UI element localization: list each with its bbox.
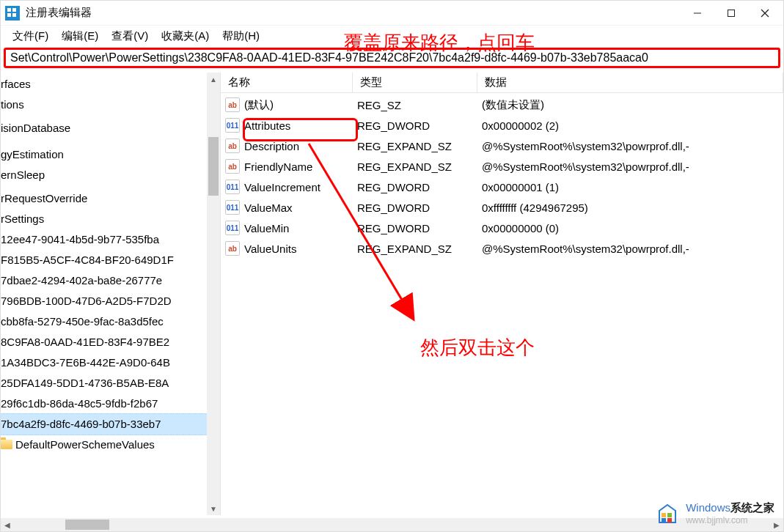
cell-type: REG_DWORD	[353, 181, 477, 193]
watermark-text-a: Windows	[686, 501, 730, 514]
binary-value-icon: 011	[225, 200, 240, 215]
cell-name: abFriendlyName	[221, 159, 353, 174]
addressbar-container: Set\Control\Power\PowerSettings\238C9FA8…	[1, 46, 783, 73]
table-row[interactable]: 011ValueIncrementREG_DWORD0x00000001 (1)	[221, 177, 783, 197]
watermark-logo-icon	[655, 500, 680, 525]
maximize-button[interactable]	[714, 1, 748, 25]
tree-pane: rfacestionsisionDatabasegyEstimationernS…	[1, 73, 221, 515]
tree-item[interactable]: cbb8fa-5279-450e-9fac-8a3d5fec	[1, 311, 207, 332]
list-pane: 名称 类型 数据 ab(默认)REG_SZ(数值未设置)011Attribute…	[221, 73, 783, 515]
menu-edit[interactable]: 编辑(E)	[57, 28, 103, 45]
value-name: ValueIncrement	[244, 181, 320, 193]
tree-item-label: 796BDB-100D-47D6-A2D5-F7D2D	[1, 295, 172, 307]
watermark-line2: www.bjjmlv.com	[686, 515, 774, 525]
address-input[interactable]: Set\Control\Power\PowerSettings\238C9FA8…	[4, 48, 780, 68]
tree-item[interactable]: 7dbae2-4294-402a-ba8e-26777e	[1, 270, 207, 291]
column-header-name[interactable]: 名称	[221, 73, 353, 93]
tree-item-label: tions	[1, 98, 24, 111]
tree-item[interactable]: DefaultPowerSchemeValues	[1, 435, 207, 455]
tree-item[interactable]: F815B5-A5CF-4C84-BF20-649D1F	[1, 250, 207, 270]
column-header-data[interactable]: 数据	[477, 73, 783, 93]
cell-type: REG_DWORD	[353, 119, 477, 132]
table-row[interactable]: 011ValueMinREG_DWORD0x00000000 (0)	[221, 218, 783, 238]
scroll-left-arrow-icon[interactable]: ◀	[1, 518, 14, 531]
svg-rect-1	[7, 8, 11, 12]
address-path: Set\Control\Power\PowerSettings\238C9FA8…	[10, 51, 648, 64]
menu-file[interactable]: 文件(F)	[8, 28, 53, 45]
tree-item[interactable]: 8C9FA8-0AAD-41ED-83F4-97BE2	[1, 332, 207, 352]
menubar: 文件(F) 编辑(E) 查看(V) 收藏夹(A) 帮助(H)	[1, 26, 783, 46]
tree-item[interactable]: 1A34BDC3-7E6B-442E-A9D0-64B	[1, 352, 207, 373]
cell-data: @%SystemRoot%\system32\powrprof.dll,-	[477, 160, 783, 173]
table-row[interactable]: ab(默认)REG_SZ(数值未设置)	[221, 95, 783, 115]
content-area: rfacestionsisionDatabasegyEstimationernS…	[1, 73, 783, 515]
tree-item[interactable]: 12ee47-9041-4b5d-9b77-535fba	[1, 229, 207, 250]
svg-rect-6	[728, 10, 735, 16]
tree-item-label: 12ee47-9041-4b5d-9b77-535fba	[1, 233, 159, 245]
svg-rect-3	[7, 13, 11, 17]
scroll-up-arrow-icon[interactable]: ▲	[207, 73, 220, 86]
cell-type: REG_EXPAND_SZ	[353, 140, 477, 152]
svg-rect-4	[12, 13, 16, 17]
tree-item[interactable]: 29f6c1db-86da-48c5-9fdb-f2b67	[1, 394, 207, 414]
value-name: ValueMax	[244, 202, 293, 214]
hscroll-thumb-left[interactable]	[65, 520, 109, 530]
cell-name: 011ValueIncrement	[221, 180, 353, 194]
tree-item[interactable]: rRequestOverride	[1, 188, 207, 209]
svg-rect-12	[662, 518, 666, 522]
cell-name: abDescription	[221, 138, 353, 153]
list-header: 名称 类型 数据	[221, 73, 783, 93]
scroll-thumb[interactable]	[208, 137, 219, 196]
table-row[interactable]: 011ValueMaxREG_DWORD0xffffffff (42949672…	[221, 197, 783, 218]
column-header-type[interactable]: 类型	[353, 73, 477, 93]
tree-item[interactable]: rfaces	[1, 74, 207, 95]
table-row[interactable]: abValueUnitsREG_EXPAND_SZ@%SystemRoot%\s…	[221, 238, 783, 259]
tree-item[interactable]: rSettings	[1, 209, 207, 229]
scroll-down-arrow-icon[interactable]: ▼	[207, 502, 220, 515]
minimize-button[interactable]	[681, 1, 714, 25]
value-name: (默认)	[244, 98, 274, 112]
value-name: FriendlyName	[244, 160, 312, 173]
tree-item[interactable]: 25DFA149-5DD1-4736-B5AB-E8A	[1, 373, 207, 394]
table-row[interactable]: 011AttributesREG_DWORD0x00000002 (2)	[221, 115, 783, 136]
tree-list[interactable]: rfacestionsisionDatabasegyEstimationernS…	[1, 73, 207, 457]
tree-item-label: rRequestOverride	[1, 192, 87, 204]
tree-item-label: 29f6c1db-86da-48c5-9fdb-f2b67	[1, 397, 158, 410]
tree-item[interactable]: isionDatabase	[1, 118, 207, 138]
cell-type: REG_EXPAND_SZ	[353, 160, 477, 173]
string-value-icon: ab	[225, 159, 240, 174]
svg-rect-13	[667, 518, 672, 522]
table-row[interactable]: abFriendlyNameREG_EXPAND_SZ@%SystemRoot%…	[221, 156, 783, 177]
tree-item-label: cbb8fa-5279-450e-9fac-8a3d5fec	[1, 315, 164, 328]
value-name: Description	[244, 140, 299, 152]
cell-type: REG_SZ	[353, 99, 477, 111]
scroll-track[interactable]	[207, 86, 220, 502]
tree-item[interactable]: ernSleep	[1, 165, 207, 185]
string-value-icon: ab	[225, 241, 240, 256]
value-name: Attributes	[244, 119, 290, 132]
tree-vertical-scrollbar[interactable]: ▲ ▼	[207, 73, 220, 515]
app-icon	[5, 6, 20, 21]
cell-data: @%SystemRoot%\system32\powrprof.dll,-	[477, 243, 783, 255]
tree-item[interactable]: gyEstimation	[1, 144, 207, 165]
string-value-icon: ab	[225, 138, 240, 153]
table-row[interactable]: abDescriptionREG_EXPAND_SZ@%SystemRoot%\…	[221, 136, 783, 156]
tree-item-label: rSettings	[1, 213, 44, 225]
cell-name: 011Attributes	[221, 118, 353, 133]
cell-data: 0xffffffff (4294967295)	[477, 202, 783, 214]
tree-item[interactable]: tions	[1, 95, 207, 115]
value-name: ValueMin	[244, 222, 289, 234]
menu-help[interactable]: 帮助(H)	[218, 28, 264, 45]
string-value-icon: ab	[225, 97, 240, 112]
close-button[interactable]	[748, 1, 782, 25]
watermark-text-b: 系统之家	[730, 501, 774, 514]
value-name: ValueUnits	[244, 243, 296, 255]
list-rows: ab(默认)REG_SZ(数值未设置)011AttributesREG_DWOR…	[221, 93, 783, 259]
menu-view[interactable]: 查看(V)	[107, 28, 153, 45]
menu-favorites[interactable]: 收藏夹(A)	[157, 28, 213, 45]
binary-value-icon: 011	[225, 221, 240, 235]
tree-item[interactable]: 7bc4a2f9-d8fc-4469-b07b-33eb7	[1, 413, 208, 435]
svg-rect-10	[662, 513, 666, 517]
tree-item-label: DefaultPowerSchemeValues	[15, 438, 155, 451]
tree-item[interactable]: 796BDB-100D-47D6-A2D5-F7D2D	[1, 291, 207, 311]
